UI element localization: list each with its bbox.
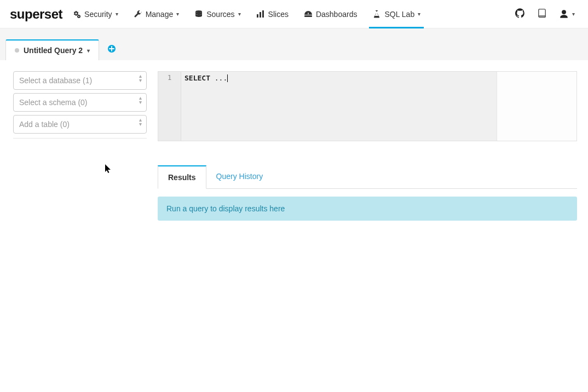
chevron-down-icon: ▾ bbox=[572, 11, 575, 17]
svg-point-0 bbox=[195, 10, 202, 13]
chevron-down-icon: ▾ bbox=[116, 11, 118, 17]
editor-area: 1 SELECT ... Results Query History Run a… bbox=[158, 71, 577, 392]
query-tab[interactable]: Untitled Query 2 ▾ bbox=[5, 39, 99, 60]
book-icon[interactable] bbox=[537, 8, 547, 20]
editor-gutter: 1 bbox=[158, 72, 181, 141]
main-panel: Select a database (1) ▴▾ Select a schema… bbox=[0, 60, 588, 392]
editor-code[interactable]: SELECT ... bbox=[181, 72, 497, 141]
svg-rect-2 bbox=[260, 12, 261, 18]
nav-label: SQL Lab bbox=[384, 10, 414, 19]
sql-keyword: SELECT bbox=[185, 74, 210, 82]
database-select[interactable]: Select a database (1) ▴▾ bbox=[13, 71, 147, 90]
caret-icon: ▴▾ bbox=[139, 96, 142, 105]
gears-icon bbox=[72, 10, 81, 19]
nav-dashboards[interactable]: Dashboards bbox=[304, 0, 358, 28]
nav-label: Slices bbox=[268, 10, 289, 19]
github-icon[interactable] bbox=[515, 8, 525, 20]
table-select[interactable]: Add a table (0) ▴▾ bbox=[13, 115, 147, 134]
nav-label: Dashboards bbox=[316, 10, 358, 19]
svg-rect-4 bbox=[304, 15, 312, 17]
chevron-down-icon: ▾ bbox=[87, 48, 90, 54]
chevron-down-icon: ▾ bbox=[418, 11, 420, 17]
top-nav: superset Security ▾ Manage ▾ Sources ▾ bbox=[0, 0, 588, 28]
results-tab-bar: Results Query History bbox=[158, 165, 577, 189]
sql-editor[interactable]: 1 SELECT ... bbox=[158, 71, 577, 141]
add-tab-button[interactable] bbox=[99, 39, 124, 60]
text-cursor bbox=[227, 74, 228, 82]
chevron-down-icon: ▾ bbox=[238, 11, 241, 17]
chevron-down-icon: ▾ bbox=[176, 11, 179, 17]
nav-manage[interactable]: Manage ▾ bbox=[134, 0, 180, 28]
tab-query-history[interactable]: Query History bbox=[206, 165, 273, 188]
select-placeholder: Select a schema (0) bbox=[19, 98, 88, 107]
query-tab-bar: Untitled Query 2 ▾ bbox=[0, 28, 588, 60]
select-placeholder: Select a database (1) bbox=[19, 76, 92, 85]
nav-items: Security ▾ Manage ▾ Sources ▾ Slices bbox=[72, 0, 420, 28]
left-sidebar: Select a database (1) ▴▾ Select a schema… bbox=[13, 71, 147, 392]
bar-chart-icon bbox=[256, 10, 265, 19]
status-dot-icon bbox=[15, 48, 19, 53]
caret-icon: ▴▾ bbox=[139, 74, 142, 83]
nav-slices[interactable]: Slices bbox=[256, 0, 289, 28]
wrench-icon bbox=[134, 10, 142, 19]
editor-siderail bbox=[497, 72, 577, 141]
line-number: 1 bbox=[158, 74, 181, 82]
svg-rect-3 bbox=[262, 10, 264, 18]
results-placeholder-message: Run a query to display results here bbox=[158, 197, 577, 221]
user-icon[interactable]: ▾ bbox=[559, 9, 575, 19]
flask-icon bbox=[372, 10, 381, 19]
nav-label: Security bbox=[84, 10, 112, 19]
svg-rect-1 bbox=[257, 14, 258, 18]
query-tab-title: Untitled Query 2 bbox=[24, 46, 83, 55]
database-icon bbox=[194, 10, 203, 19]
nav-label: Manage bbox=[146, 10, 174, 19]
workspace: Untitled Query 2 ▾ Select a database (1)… bbox=[0, 28, 588, 392]
nav-security[interactable]: Security ▾ bbox=[72, 0, 118, 28]
brand-logo[interactable]: superset bbox=[10, 7, 62, 22]
nav-label: Sources bbox=[206, 10, 234, 19]
select-placeholder: Add a table (0) bbox=[19, 120, 70, 129]
caret-icon: ▴▾ bbox=[139, 118, 142, 126]
schema-select[interactable]: Select a schema (0) ▴▾ bbox=[13, 93, 147, 112]
dashboard-icon bbox=[304, 10, 313, 19]
nav-sqllab[interactable]: SQL Lab ▾ bbox=[372, 0, 420, 28]
nav-right-icons: ▾ bbox=[515, 8, 575, 20]
nav-sources[interactable]: Sources ▾ bbox=[194, 0, 240, 28]
sql-rest: ... bbox=[210, 74, 227, 82]
tab-results[interactable]: Results bbox=[158, 165, 206, 189]
divider bbox=[13, 138, 147, 139]
